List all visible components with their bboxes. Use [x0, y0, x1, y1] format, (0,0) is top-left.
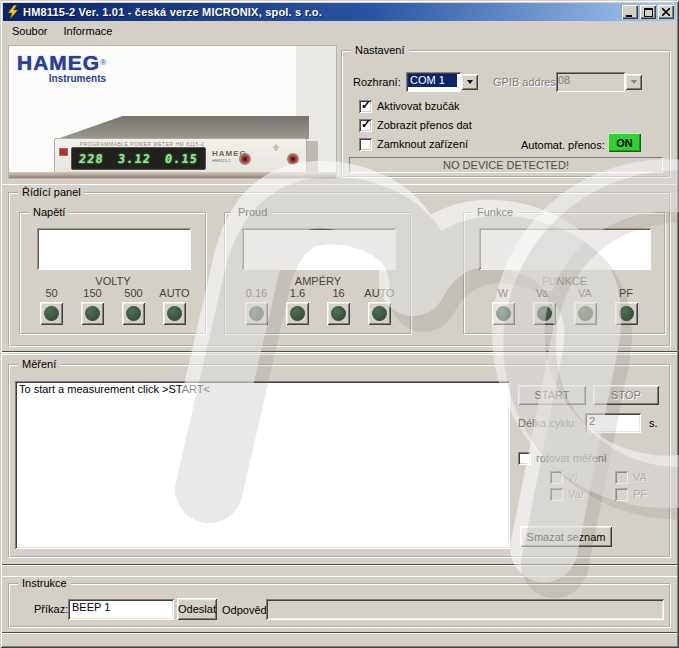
instrument-photo: HAMEG® Instruments PROGRAMMABLE POWER ME…	[8, 45, 337, 179]
delka-cyklu-input[interactable]: 2	[585, 413, 641, 433]
maximize-button[interactable]	[640, 5, 656, 19]
ridici-panel-title: Řídící panel	[18, 186, 85, 199]
checkbox-box[interactable]	[359, 138, 372, 151]
napeti-150-button[interactable]	[81, 302, 104, 325]
aktivovat-bzucak-checkbox[interactable]: Aktivovat bzučák	[359, 100, 460, 113]
funkce-pf-button[interactable]	[615, 302, 638, 325]
funkce-w-label: W	[498, 287, 508, 299]
napeti-range-row: 50 150 500 AUTO	[21, 287, 205, 325]
hameg-logo-sub: Instruments	[17, 74, 106, 84]
napeti-500-button[interactable]	[122, 302, 145, 325]
checkbox-box[interactable]	[359, 119, 372, 132]
proud-group: Proud AMPÉRY 0.16 1.6 16 AUTO	[224, 212, 412, 335]
proud-16-button[interactable]	[286, 302, 309, 325]
napeti-unit-label: VOLTY	[21, 275, 205, 287]
rot-pf-checkbox: PF	[615, 488, 647, 501]
nastaveni-title: Nastavení	[351, 44, 409, 57]
lightning-bolt-icon	[6, 5, 20, 19]
funkce-var-button[interactable]	[533, 302, 556, 325]
measurement-hint-text: To start a measurement click >START<	[19, 383, 210, 395]
chevron-down-icon	[625, 74, 642, 90]
funkce-va-label: VA	[578, 287, 592, 299]
rotovat-mereni-checkbox[interactable]: rotovat měření	[518, 452, 607, 465]
funkce-va-button[interactable]	[574, 302, 597, 325]
menubar: Soubor Informace	[3, 21, 676, 41]
delka-cyklu-unit: s.	[649, 417, 658, 429]
hameg-logo-text: HAMEG	[17, 51, 100, 74]
rozhrani-value: COM 1	[406, 72, 461, 92]
black-jack	[287, 178, 299, 179]
napeti-title: Napětí	[29, 206, 69, 219]
gpib-combobox: 08	[556, 72, 644, 92]
display-voltage: 228	[78, 152, 104, 166]
checkbox-label: Zamknout zařízení	[377, 138, 468, 150]
power-button-icon	[59, 148, 68, 156]
napeti-auto-label: AUTO	[159, 287, 189, 299]
napeti-150-label: 150	[83, 287, 101, 299]
checkbox-box[interactable]	[518, 452, 531, 465]
napeti-group: Napětí VOLTY 50 150 500 AUTO	[19, 212, 207, 335]
titlebar[interactable]: HM8115-2 Ver. 1.01 - česká verze MICRONI…	[3, 3, 676, 21]
red-jack-right	[287, 153, 299, 165]
ridici-panel-group: Řídící panel Napětí VOLTY 50 150 500 AUT…	[8, 192, 671, 347]
rozhrani-combobox[interactable]: COM 1	[406, 72, 480, 92]
napeti-500-label: 500	[124, 287, 142, 299]
checkbox-label: PF	[633, 488, 647, 500]
gpib-label: GPIB addresa:	[493, 76, 565, 88]
proud-160-button[interactable]	[327, 302, 350, 325]
proud-016-button[interactable]	[245, 302, 268, 325]
proud-display	[242, 228, 396, 270]
hameg-logo: HAMEG® Instruments	[17, 52, 106, 84]
odpoved-label: Odpověď:	[222, 604, 270, 616]
registered-mark: ®	[100, 58, 106, 67]
funkce-w-button[interactable]	[492, 302, 515, 325]
menu-informace[interactable]: Informace	[55, 23, 120, 40]
napeti-display	[37, 228, 191, 270]
odeslat-button[interactable]: Odeslat	[177, 598, 217, 620]
napeti-50-button[interactable]	[40, 302, 63, 325]
proud-auto-button[interactable]	[368, 302, 391, 325]
funkce-var-label: Var	[536, 287, 552, 299]
device-display: 228 3.12 0.15	[71, 147, 206, 170]
rot-var-checkbox: Var	[550, 488, 584, 501]
smazat-seznam-button[interactable]: Smazat seznam	[520, 526, 612, 547]
automat-prenos-toggle[interactable]: ON	[608, 133, 641, 152]
measurement-listbox[interactable]: To start a measurement click >START<	[15, 381, 510, 549]
proud-160-label: 16	[332, 287, 344, 299]
close-button[interactable]	[658, 5, 674, 19]
proud-title: Proud	[234, 206, 271, 219]
rot-va-checkbox: VA	[615, 471, 647, 484]
mereni-group: Měření To start a measurement click >STA…	[8, 364, 671, 558]
funkce-pf-label: PF	[619, 287, 633, 299]
checkbox-label: Zobrazit přenos dat	[377, 119, 472, 131]
prikaz-input[interactable]: BEEP 1	[68, 599, 174, 620]
window-title: HM8115-2 Ver. 1.01 - česká verze MICRONI…	[23, 6, 620, 18]
stop-button: STOP	[593, 385, 659, 405]
napeti-auto-button[interactable]	[163, 302, 186, 325]
status-bar: NO DEVICE DETECTED!	[349, 157, 663, 173]
menu-soubor[interactable]: Soubor	[4, 23, 55, 40]
minimize-button[interactable]	[622, 5, 638, 19]
zamknout-zarizeni-checkbox[interactable]: Zamknout zařízení	[359, 138, 468, 151]
zobrazit-prenos-checkbox[interactable]: Zobrazit přenos dat	[359, 119, 472, 132]
delka-cyklu-label: Délka cyklu:	[518, 417, 577, 429]
checkbox-box	[550, 471, 563, 484]
red-jack-left	[239, 153, 251, 165]
funkce-unit-label: FUNKCE	[465, 275, 664, 287]
rozhrani-label: Rozhraní:	[353, 76, 401, 88]
napeti-50-label: 50	[45, 287, 57, 299]
checkbox-box	[615, 471, 628, 484]
ground-symbol-icon	[272, 144, 280, 151]
checkbox-box[interactable]	[359, 100, 372, 113]
start-button[interactable]: START	[518, 385, 586, 405]
mereni-title: Měření	[18, 358, 60, 371]
checkbox-label: W	[568, 471, 578, 483]
funkce-title: Funkce	[473, 206, 517, 219]
chevron-down-icon[interactable]	[461, 74, 478, 90]
checkbox-box	[550, 488, 563, 501]
funkce-range-row: W Var VA PF	[465, 287, 664, 325]
proud-16-label: 1.6	[290, 287, 305, 299]
device-top-surface	[57, 116, 309, 139]
rot-w-checkbox: W	[550, 471, 578, 484]
display-current: 3.12	[117, 152, 151, 166]
